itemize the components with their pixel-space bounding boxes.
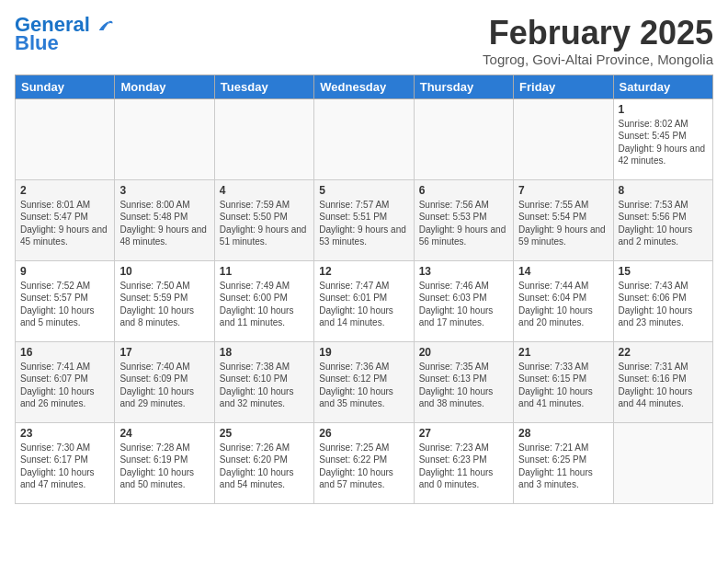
calendar-cell [115, 98, 214, 179]
day-number: 10 [119, 265, 209, 278]
calendar-cell: 10Sunrise: 7:50 AM Sunset: 5:59 PM Dayli… [115, 260, 214, 341]
day-number: 24 [119, 427, 209, 440]
day-info: Sunrise: 7:52 AM Sunset: 5:57 PM Dayligh… [20, 280, 109, 329]
calendar-cell: 22Sunrise: 7:31 AM Sunset: 6:16 PM Dayli… [613, 341, 712, 422]
day-number: 28 [518, 427, 608, 440]
month-title: February 2025 [483, 15, 713, 52]
calendar-weekday-saturday: Saturday [613, 75, 712, 98]
day-info: Sunrise: 7:47 AM Sunset: 6:01 PM Dayligh… [319, 280, 408, 329]
location: Togrog, Govi-Altai Province, Mongolia [483, 52, 713, 67]
calendar-cell: 18Sunrise: 7:38 AM Sunset: 6:10 PM Dayli… [214, 341, 313, 422]
day-info: Sunrise: 7:59 AM Sunset: 5:50 PM Dayligh… [220, 199, 309, 248]
calendar-cell: 4Sunrise: 7:59 AM Sunset: 5:50 PM Daylig… [214, 179, 313, 260]
day-number: 25 [220, 427, 309, 440]
calendar-cell: 25Sunrise: 7:26 AM Sunset: 6:20 PM Dayli… [214, 422, 313, 503]
calendar-weekday-wednesday: Wednesday [314, 75, 414, 98]
calendar-cell [16, 98, 115, 179]
calendar-cell: 6Sunrise: 7:56 AM Sunset: 5:53 PM Daylig… [414, 179, 513, 260]
day-info: Sunrise: 7:31 AM Sunset: 6:16 PM Dayligh… [619, 361, 708, 410]
day-number: 5 [319, 184, 408, 197]
day-number: 4 [220, 184, 309, 197]
day-info: Sunrise: 7:49 AM Sunset: 6:00 PM Dayligh… [220, 280, 309, 329]
calendar-cell: 1Sunrise: 8:02 AM Sunset: 5:45 PM Daylig… [613, 98, 712, 179]
day-number: 26 [319, 427, 408, 440]
calendar-cell [214, 98, 313, 179]
day-number: 11 [220, 265, 309, 278]
day-number: 14 [518, 265, 608, 278]
calendar-week-row: 1Sunrise: 8:02 AM Sunset: 5:45 PM Daylig… [16, 98, 713, 179]
calendar-header-row: SundayMondayTuesdayWednesdayThursdayFrid… [16, 75, 713, 98]
day-number: 22 [619, 346, 708, 359]
day-number: 19 [319, 346, 408, 359]
day-info: Sunrise: 7:56 AM Sunset: 5:53 PM Dayligh… [419, 199, 508, 248]
day-number: 1 [619, 103, 708, 116]
calendar-week-row: 9Sunrise: 7:52 AM Sunset: 5:57 PM Daylig… [16, 260, 713, 341]
calendar-cell: 9Sunrise: 7:52 AM Sunset: 5:57 PM Daylig… [16, 260, 115, 341]
day-info: Sunrise: 8:01 AM Sunset: 5:47 PM Dayligh… [20, 199, 109, 248]
calendar-cell: 8Sunrise: 7:53 AM Sunset: 5:56 PM Daylig… [613, 179, 712, 260]
day-number: 9 [20, 265, 109, 278]
calendar-cell: 20Sunrise: 7:35 AM Sunset: 6:13 PM Dayli… [414, 341, 513, 422]
calendar-cell: 14Sunrise: 7:44 AM Sunset: 6:04 PM Dayli… [514, 260, 613, 341]
day-info: Sunrise: 8:00 AM Sunset: 5:48 PM Dayligh… [119, 199, 209, 248]
calendar-cell: 15Sunrise: 7:43 AM Sunset: 6:06 PM Dayli… [613, 260, 712, 341]
logo-bird-icon [97, 19, 114, 32]
calendar-cell [514, 98, 613, 179]
day-info: Sunrise: 7:23 AM Sunset: 6:23 PM Dayligh… [419, 442, 508, 491]
day-info: Sunrise: 7:33 AM Sunset: 6:15 PM Dayligh… [518, 361, 608, 410]
calendar-cell: 23Sunrise: 7:30 AM Sunset: 6:17 PM Dayli… [16, 422, 115, 503]
day-number: 15 [619, 265, 708, 278]
calendar-weekday-tuesday: Tuesday [214, 75, 313, 98]
calendar-cell: 27Sunrise: 7:23 AM Sunset: 6:23 PM Dayli… [414, 422, 513, 503]
day-info: Sunrise: 7:36 AM Sunset: 6:12 PM Dayligh… [319, 361, 408, 410]
calendar-cell: 11Sunrise: 7:49 AM Sunset: 6:00 PM Dayli… [214, 260, 313, 341]
calendar-cell: 2Sunrise: 8:01 AM Sunset: 5:47 PM Daylig… [16, 179, 115, 260]
day-info: Sunrise: 7:55 AM Sunset: 5:54 PM Dayligh… [518, 199, 608, 248]
calendar-cell: 3Sunrise: 8:00 AM Sunset: 5:48 PM Daylig… [115, 179, 214, 260]
day-number: 6 [419, 184, 508, 197]
day-info: Sunrise: 7:30 AM Sunset: 6:17 PM Dayligh… [20, 442, 109, 491]
calendar-week-row: 16Sunrise: 7:41 AM Sunset: 6:07 PM Dayli… [16, 341, 713, 422]
calendar-cell: 28Sunrise: 7:21 AM Sunset: 6:25 PM Dayli… [514, 422, 613, 503]
calendar-table: SundayMondayTuesdayWednesdayThursdayFrid… [15, 75, 713, 504]
calendar-weekday-sunday: Sunday [16, 75, 115, 98]
calendar-cell: 17Sunrise: 7:40 AM Sunset: 6:09 PM Dayli… [115, 341, 214, 422]
day-number: 20 [419, 346, 508, 359]
calendar-weekday-friday: Friday [514, 75, 613, 98]
calendar-week-row: 2Sunrise: 8:01 AM Sunset: 5:47 PM Daylig… [16, 179, 713, 260]
calendar-cell [613, 422, 712, 503]
title-section: February 2025 Togrog, Govi-Altai Provinc… [483, 15, 713, 67]
day-info: Sunrise: 7:53 AM Sunset: 5:56 PM Dayligh… [619, 199, 708, 248]
calendar-cell: 16Sunrise: 7:41 AM Sunset: 6:07 PM Dayli… [16, 341, 115, 422]
day-info: Sunrise: 7:25 AM Sunset: 6:22 PM Dayligh… [319, 442, 408, 491]
day-info: Sunrise: 7:44 AM Sunset: 6:04 PM Dayligh… [518, 280, 608, 329]
day-info: Sunrise: 8:02 AM Sunset: 5:45 PM Dayligh… [619, 118, 708, 167]
day-info: Sunrise: 7:41 AM Sunset: 6:07 PM Dayligh… [20, 361, 109, 410]
calendar-cell: 19Sunrise: 7:36 AM Sunset: 6:12 PM Dayli… [314, 341, 414, 422]
calendar-cell [314, 98, 414, 179]
day-info: Sunrise: 7:21 AM Sunset: 6:25 PM Dayligh… [518, 442, 608, 491]
calendar-cell [414, 98, 513, 179]
day-number: 13 [419, 265, 508, 278]
day-number: 7 [518, 184, 608, 197]
day-number: 18 [220, 346, 309, 359]
calendar-weekday-monday: Monday [115, 75, 214, 98]
day-number: 8 [619, 184, 708, 197]
calendar-week-row: 23Sunrise: 7:30 AM Sunset: 6:17 PM Dayli… [16, 422, 713, 503]
calendar-cell: 7Sunrise: 7:55 AM Sunset: 5:54 PM Daylig… [514, 179, 613, 260]
calendar-weekday-thursday: Thursday [414, 75, 513, 98]
day-info: Sunrise: 7:26 AM Sunset: 6:20 PM Dayligh… [220, 442, 309, 491]
day-number: 17 [119, 346, 209, 359]
day-number: 12 [319, 265, 408, 278]
day-number: 2 [20, 184, 109, 197]
calendar-cell: 12Sunrise: 7:47 AM Sunset: 6:01 PM Dayli… [314, 260, 414, 341]
day-info: Sunrise: 7:50 AM Sunset: 5:59 PM Dayligh… [119, 280, 209, 329]
day-info: Sunrise: 7:43 AM Sunset: 6:06 PM Dayligh… [619, 280, 708, 329]
calendar-cell: 24Sunrise: 7:28 AM Sunset: 6:19 PM Dayli… [115, 422, 214, 503]
calendar-cell: 21Sunrise: 7:33 AM Sunset: 6:15 PM Dayli… [514, 341, 613, 422]
day-number: 3 [119, 184, 209, 197]
day-number: 16 [20, 346, 109, 359]
day-number: 21 [518, 346, 608, 359]
calendar-cell: 5Sunrise: 7:57 AM Sunset: 5:51 PM Daylig… [314, 179, 414, 260]
day-info: Sunrise: 7:40 AM Sunset: 6:09 PM Dayligh… [119, 361, 209, 410]
